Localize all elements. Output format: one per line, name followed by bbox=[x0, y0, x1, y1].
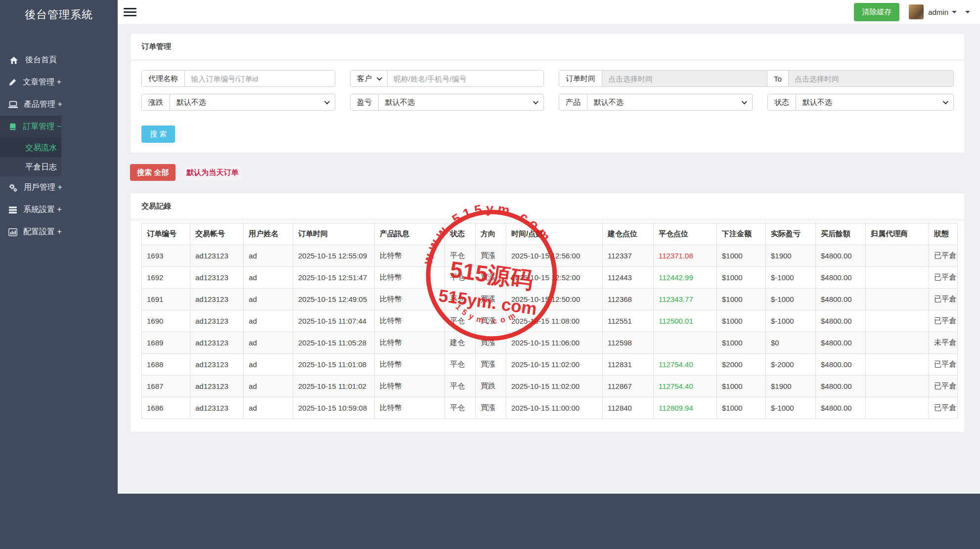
sidebar-item-config[interactable]: 配置設置 + bbox=[0, 221, 61, 243]
status-select-value: 默认不选 bbox=[802, 98, 832, 107]
table-cell-close_point: 112442.99 bbox=[654, 267, 717, 289]
table-cell-user_name: ad bbox=[244, 397, 293, 419]
records-panel-title: 交易記錄 bbox=[131, 193, 965, 220]
table-cell-open_point: 112368 bbox=[603, 289, 654, 310]
column-header-close_point: 平仓点位 bbox=[654, 223, 717, 245]
table-cell-bet_amount: $1000 bbox=[717, 289, 766, 310]
table-cell-balance: $4800.00 bbox=[816, 354, 866, 376]
column-header-status: 狀態 bbox=[929, 223, 958, 245]
table-cell-status: 未平倉 bbox=[929, 332, 958, 354]
table-cell-order_no: 1687 bbox=[142, 376, 190, 397]
agent-filter-input[interactable] bbox=[185, 71, 335, 86]
home-icon bbox=[8, 56, 19, 65]
search-all-button[interactable]: 搜索 全部 bbox=[130, 164, 176, 181]
table-row: 1687ad123123ad2025-10-15 11:01:02比特幣平仓買跌… bbox=[142, 376, 958, 397]
topbar: 清除緩存 admin bbox=[118, 0, 980, 24]
table-cell-direction: 買漲 bbox=[476, 332, 506, 354]
table-cell-order_no: 1693 bbox=[142, 245, 190, 267]
chevron-down-icon bbox=[324, 99, 330, 104]
chevron-down-icon[interactable] bbox=[965, 11, 970, 13]
column-header-order_no: 订单编号 bbox=[142, 223, 190, 245]
status-filter-group: 状态 默认不选 bbox=[767, 94, 954, 111]
rise-fall-select[interactable]: 默认不选 bbox=[170, 94, 335, 110]
default-today-note: 默认为当天订单 bbox=[183, 166, 242, 180]
table-cell-bet_amount: $2000 bbox=[717, 354, 766, 376]
table-cell-balance: $4800.00 bbox=[816, 332, 866, 354]
table-cell-profit: $-1000 bbox=[766, 289, 816, 310]
table-cell-open_point: 112867 bbox=[603, 376, 654, 397]
status-select[interactable]: 默认不选 bbox=[796, 94, 953, 110]
chevron-down-icon[interactable] bbox=[952, 11, 957, 13]
table-cell-agent bbox=[866, 376, 929, 397]
filter-form: 代理名称 客户 订单时间 bbox=[131, 60, 965, 153]
table-row: 1686ad123123ad2025-10-15 10:59:08比特幣平仓買漲… bbox=[142, 397, 958, 419]
customer-filter-label: 客户 bbox=[357, 74, 372, 84]
sidebar-item-home[interactable]: 後台首頁 bbox=[0, 49, 61, 71]
table-header-row: 订单编号交易帐号用户姓名订单时间产品訊息状态方向时间/点数建仓点位平仓点位下注金… bbox=[142, 223, 958, 245]
profit-loss-select[interactable]: 默认不选 bbox=[379, 94, 543, 110]
table-cell-account: ad123123 bbox=[190, 376, 244, 397]
search-button[interactable]: 搜 索 bbox=[141, 126, 175, 143]
profit-loss-filter-group: 盈亏 默认不选 bbox=[350, 94, 544, 111]
table-cell-order_no: 1691 bbox=[142, 289, 190, 310]
table-cell-bet_amount: $1000 bbox=[717, 310, 766, 332]
column-header-profit: 实际盈亏 bbox=[766, 223, 816, 245]
table-cell-direction: 買漲 bbox=[476, 397, 506, 419]
table-cell-position: 平仓 bbox=[445, 376, 476, 397]
order-time-to-input[interactable] bbox=[789, 71, 953, 86]
table-cell-product: 比特幣 bbox=[375, 354, 445, 376]
clear-cache-button[interactable]: 清除緩存 bbox=[854, 3, 899, 21]
table-cell-user_name: ad bbox=[244, 376, 293, 397]
product-select[interactable]: 默认不选 bbox=[587, 94, 752, 110]
records-tbody: 1693ad123123ad2025-10-15 12:55:09比特幣平仓買漲… bbox=[142, 245, 958, 419]
customer-type-select[interactable]: 客户 bbox=[351, 71, 388, 86]
order-time-from-input[interactable] bbox=[602, 71, 767, 86]
status-filter-label: 状态 bbox=[768, 94, 796, 110]
chevron-down-icon bbox=[377, 75, 382, 81]
column-header-bet_amount: 下注金额 bbox=[717, 223, 766, 245]
table-cell-status: 已平倉 bbox=[929, 245, 958, 267]
table-cell-direction: 買跌 bbox=[476, 376, 506, 397]
table-cell-order_no: 1689 bbox=[142, 332, 190, 354]
sidebar-subitem-trade-flow[interactable]: 交易流水 bbox=[0, 138, 61, 157]
sidebar-item-system[interactable]: 系統設置 + bbox=[0, 199, 61, 221]
order-time-filter-label: 订单时间 bbox=[559, 71, 602, 86]
sidebar-item-articles[interactable]: 文章管理 + bbox=[0, 71, 61, 93]
chevron-down-icon bbox=[533, 99, 538, 104]
table-row: 1690ad123123ad2025-10-15 11:07:44比特幣平仓買漲… bbox=[142, 310, 958, 332]
table-cell-status: 已平倉 bbox=[929, 376, 958, 397]
table-cell-order_time: 2025-10-15 12:49:05 bbox=[293, 289, 375, 310]
sidebar-subitem-close-log[interactable]: 平倉日志 bbox=[0, 157, 61, 176]
list-icon bbox=[8, 206, 17, 214]
hamburger-menu-icon[interactable] bbox=[124, 6, 140, 18]
table-cell-settle_time: 2025-10-15 11:02:00 bbox=[506, 376, 603, 397]
table-cell-product: 比特幣 bbox=[375, 267, 445, 289]
sidebar-item-orders[interactable]: 訂單管理 − bbox=[0, 116, 61, 138]
orders-submenu: 交易流水 平倉日志 bbox=[0, 138, 61, 176]
table-cell-product: 比特幣 bbox=[375, 397, 445, 419]
column-header-open_point: 建仓点位 bbox=[603, 223, 654, 245]
table-cell-profit: $-2000 bbox=[766, 354, 816, 376]
avatar[interactable] bbox=[909, 4, 924, 19]
sidebar-item-products[interactable]: 產品管理 + bbox=[0, 93, 61, 116]
table-cell-order_time: 2025-10-15 11:05:28 bbox=[293, 332, 375, 354]
sidebar-item-label: 用戶管理 + bbox=[24, 182, 62, 193]
laptop-icon bbox=[8, 100, 18, 109]
table-cell-order_no: 1690 bbox=[142, 310, 190, 332]
table-cell-bet_amount: $1000 bbox=[717, 267, 766, 289]
product-filter-group: 产品 默认不选 bbox=[559, 94, 753, 111]
column-header-direction: 方向 bbox=[476, 223, 506, 245]
table-cell-profit: $0 bbox=[766, 332, 816, 354]
table-row: 1692ad123123ad2025-10-15 12:51:47比特幣平仓買漲… bbox=[142, 267, 958, 289]
customer-filter-input[interactable] bbox=[388, 71, 543, 86]
table-cell-profit: $-1000 bbox=[766, 267, 816, 289]
table-cell-position: 建仓 bbox=[445, 332, 476, 354]
table-cell-account: ad123123 bbox=[190, 397, 244, 419]
table-cell-balance: $4800.00 bbox=[816, 289, 866, 310]
table-cell-product: 比特幣 bbox=[375, 332, 445, 354]
table-cell-balance: $4800.00 bbox=[816, 397, 866, 419]
sidebar-item-users[interactable]: 用戶管理 + bbox=[0, 176, 61, 199]
table-cell-close_point: 112371.08 bbox=[654, 245, 717, 267]
table-cell-agent bbox=[866, 289, 929, 310]
orders-panel: 订单管理 代理名称 客户 bbox=[130, 33, 965, 153]
